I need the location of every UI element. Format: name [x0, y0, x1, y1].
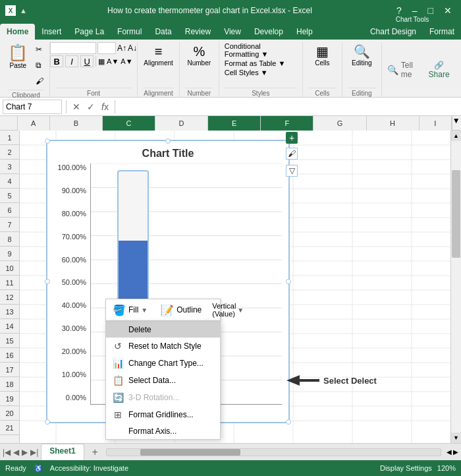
underline-button[interactable]: U [80, 55, 94, 67]
first-sheet-button[interactable]: |◀ [3, 448, 11, 457]
menu-item-format-gridlines[interactable]: ⊞ Format Gridlines... [106, 406, 220, 423]
tell-me-label[interactable]: Tell me [401, 61, 422, 79]
vertical-value-label: Vertical (Value) [212, 302, 236, 318]
col-header-h[interactable]: H [367, 116, 420, 131]
tab-data[interactable]: Data [148, 24, 178, 40]
chart-tools-tabs: Chart Design Format [364, 24, 461, 40]
copy-button[interactable]: ⧉ [33, 58, 46, 73]
minimize-button[interactable]: – [408, 4, 421, 17]
editing-button[interactable]: 🔍 Editing [349, 42, 375, 69]
last-sheet-button[interactable]: ▶| [30, 448, 38, 457]
bold-button[interactable]: B [50, 55, 63, 67]
border-button[interactable]: ▦ [98, 57, 105, 66]
scroll-down-button[interactable]: ▼ [451, 432, 461, 443]
next-sheet-button[interactable]: ▶ [22, 448, 28, 457]
col-header-a[interactable]: A [18, 116, 50, 131]
cell-styles-button[interactable]: Cell Styles ▼ [225, 69, 297, 76]
font-increase-button[interactable]: A↑ [117, 42, 126, 54]
italic-button[interactable]: I [65, 55, 78, 67]
menu-item-change-chart-type[interactable]: 📊 Change Chart Type... [106, 355, 220, 372]
sheet-tab-sheet1[interactable]: Sheet1 [41, 444, 84, 460]
format-as-table-button[interactable]: Format as Table ▼ [225, 59, 297, 67]
row-9: 9 [0, 247, 19, 261]
tab-page-layout[interactable]: Page La [68, 24, 111, 40]
format-painter-button[interactable]: 🖌 [33, 74, 46, 88]
col-header-b[interactable]: B [50, 116, 103, 131]
font-divider [95, 56, 96, 67]
cut-button[interactable]: ✂ [33, 42, 46, 57]
v-scroll-top[interactable]: ▼ [452, 116, 461, 130]
col-header-i[interactable]: I [420, 116, 452, 131]
tab-view[interactable]: View [217, 24, 248, 40]
handle-bl[interactable] [45, 419, 50, 425]
conditional-formatting-button[interactable]: Conditional Formatting ▼ [225, 42, 297, 58]
tab-chart-design[interactable]: Chart Design [364, 24, 423, 40]
scroll-right-button[interactable]: ▶ [453, 448, 458, 456]
col-header-d[interactable]: D [155, 116, 208, 131]
tab-format[interactable]: Format [423, 24, 461, 40]
search-icon: 🔍 [387, 65, 398, 75]
outline-toolbar-btn[interactable]: 📝 Outline [158, 303, 204, 318]
editing-content: 🔍 Editing [349, 42, 375, 86]
handle-tc[interactable] [165, 138, 171, 144]
cells-button[interactable]: ▦ Cells [310, 42, 334, 69]
col-header-g[interactable]: G [313, 116, 366, 131]
font-row1: A↑ A↓ [50, 42, 137, 54]
paste-icon: 📋 [8, 45, 28, 61]
formula-input[interactable] [119, 102, 458, 111]
font-decrease-button[interactable]: A↓ [128, 42, 137, 54]
close-button[interactable]: ✕ [440, 4, 456, 17]
fill-dropdown-arrow[interactable]: ▼ [141, 307, 148, 314]
font-family-selector[interactable] [50, 42, 96, 54]
menu-item-select-data[interactable]: 📋 Select Data... [106, 372, 220, 389]
col-header-c[interactable]: C [103, 116, 155, 131]
name-box[interactable] [3, 100, 62, 114]
tab-help[interactable]: Help [290, 24, 319, 40]
cancel-formula-button[interactable]: ✕ [70, 102, 82, 112]
scroll-thumb[interactable] [452, 170, 460, 258]
handle-br[interactable] [286, 419, 291, 425]
scroll-left-button[interactable]: ◀ [447, 448, 452, 456]
confirm-formula-button[interactable]: ✓ [85, 102, 97, 112]
font-color-button[interactable]: A▼ [121, 57, 132, 65]
share-button[interactable]: 🔗 Share [425, 61, 453, 79]
tab-developer[interactable]: Develop [248, 24, 290, 40]
row-1: 1 [0, 131, 19, 145]
menu-item-reset-style[interactable]: ↺ Reset to Match Style [106, 338, 220, 355]
accessibility-label[interactable]: Accessibility: Investigate [50, 464, 128, 472]
handle-mr[interactable] [286, 279, 291, 284]
tab-formulas[interactable]: Formul [111, 24, 148, 40]
chart-style-button[interactable]: 🖌 [286, 148, 298, 160]
scroll-up-button[interactable]: ▲ [451, 131, 461, 141]
zoom-level[interactable]: 120% [437, 464, 456, 472]
prev-sheet-button[interactable]: ◀ [13, 448, 19, 457]
h-scroll-thumb[interactable] [140, 449, 240, 456]
arrow-annotation: Select Delect [286, 372, 377, 388]
handle-tl[interactable] [45, 138, 50, 144]
display-settings-label[interactable]: Display Settings [380, 464, 432, 472]
tab-review[interactable]: Review [178, 24, 217, 40]
menu-item-format-axis[interactable]: Format Axis... [106, 423, 220, 439]
tab-insert[interactable]: Insert [35, 24, 68, 40]
vertical-value-arrow[interactable]: ▼ [237, 307, 244, 314]
fill-toolbar-btn[interactable]: 🪣 Fill ▼ [110, 303, 150, 318]
menu-item-delete[interactable]: Delete [106, 322, 220, 338]
number-button[interactable]: % Number [184, 42, 213, 69]
chart-add-element-button[interactable]: + [286, 132, 298, 144]
font-size-selector[interactable] [97, 42, 116, 54]
insert-function-button[interactable]: fx [99, 102, 111, 112]
col-header-e[interactable]: E [208, 116, 261, 131]
row-7: 7 [0, 218, 19, 232]
handle-ml[interactable] [45, 279, 50, 284]
alignment-button[interactable]: ≡ Alignment [141, 42, 175, 69]
new-sheet-button[interactable]: + [87, 445, 103, 460]
maximize-button[interactable]: □ [424, 4, 437, 17]
tab-home[interactable]: Home [0, 24, 35, 40]
fill-color-button[interactable]: A▼ [107, 57, 119, 65]
y-label-60: 60.00% [62, 256, 86, 264]
col-header-f[interactable]: F [261, 116, 313, 131]
outline-icon: 📝 [161, 304, 174, 316]
chart-filter-button[interactable]: ▽ [286, 165, 298, 177]
paste-button[interactable]: 📋 Paste [5, 42, 30, 72]
help-button[interactable]: ? [393, 4, 406, 17]
